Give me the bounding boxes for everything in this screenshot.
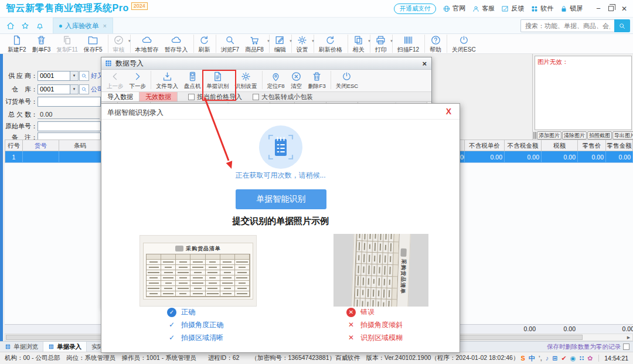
import-toolbar-button[interactable]: 下一步 xyxy=(127,71,152,89)
import-toolbar-button[interactable]: 单据识别 xyxy=(204,71,232,89)
toolbar-button-label: 编辑 xyxy=(274,46,286,53)
smart-recognize-button[interactable]: 单据智能识别 xyxy=(236,189,326,209)
supplier-lookup-button[interactable] xyxy=(79,71,89,81)
supplier-dropdown-button[interactable]: ▾ xyxy=(70,71,79,81)
column-header[interactable]: 行号 xyxy=(5,140,23,151)
column-header[interactable]: 零售价 xyxy=(578,140,606,151)
import-toolbar-button[interactable]: 文件导入 xyxy=(153,71,181,89)
import-toolbar-button[interactable]: 定位F8 xyxy=(264,71,288,89)
chevron-down-icon: ▾ xyxy=(267,39,270,43)
order-no-input[interactable] xyxy=(38,97,101,107)
toolbar-button[interactable]: 复制F11 ▾ xyxy=(53,35,81,53)
minimize-icon[interactable]: − xyxy=(596,5,601,12)
warehouse-dropdown-button[interactable]: ▾ xyxy=(70,84,79,94)
restore-icon[interactable] xyxy=(608,6,614,11)
toolbar-button[interactable]: 关闭ESC ▾ xyxy=(449,35,479,53)
import-toolbar-button[interactable]: 盘点机 xyxy=(181,71,204,89)
toolbar-button[interactable]: 相关 ▾ xyxy=(350,35,370,53)
warehouse-name-link[interactable]: 公司总 xyxy=(91,85,101,94)
toolbar-button[interactable]: 设置 ▾ xyxy=(294,35,314,53)
supplier-name-link[interactable]: 好又鲜 xyxy=(91,72,101,80)
image-thumb-slot[interactable] xyxy=(535,132,536,139)
microphone-icon[interactable]: ♪ xyxy=(546,355,549,362)
ime-chinese-icon[interactable]: 中 xyxy=(529,354,535,363)
warehouse-label: 仓 库： xyxy=(5,85,38,94)
tab-doc-entry[interactable]: 单据录入 xyxy=(43,342,87,352)
column-header[interactable] xyxy=(460,140,465,151)
toolbar-button[interactable]: 扫描F12 ▾ xyxy=(394,35,425,53)
close-icon[interactable]: × xyxy=(420,59,428,68)
home-icon[interactable] xyxy=(6,21,15,30)
save-icon xyxy=(87,35,98,46)
close-icon[interactable]: ✕ xyxy=(621,5,627,13)
toolbar-button-label: 新建F2 xyxy=(8,46,26,53)
toolbar-button[interactable]: 保存F5 ▾ xyxy=(81,35,108,53)
media-icon[interactable]: ◉ xyxy=(570,355,576,362)
titlebar-link[interactable]: 客服 xyxy=(472,4,495,13)
toolbar-button[interactable]: 暂存导入 ▾ xyxy=(162,35,194,53)
toolbar-button[interactable]: 帮助 ▾ xyxy=(427,35,447,53)
build-info: （加密狗号：136547423881）百威软件 版本：Ver.240102.19… xyxy=(251,354,519,362)
save-option-checkbox[interactable] xyxy=(623,343,629,350)
titlebar-link[interactable]: 反馈 xyxy=(501,4,524,13)
toolbar-button[interactable]: 刷新价格 ▾ xyxy=(316,35,348,53)
toolbar-button[interactable]: 商品F8 ▾ xyxy=(242,35,270,53)
board-icon[interactable]: ⊞ xyxy=(552,355,557,362)
red-check-icon[interactable]: ✔ xyxy=(561,355,567,362)
image-thumb-slot[interactable] xyxy=(533,132,535,139)
import-toolbar-button[interactable]: 清空 xyxy=(288,71,305,89)
import-toolbar-button[interactable]: 上一步 xyxy=(104,71,127,89)
import-toolbar-button[interactable]: 识别设置 xyxy=(232,71,263,89)
selected-row[interactable]: 1 xyxy=(5,151,101,163)
toolbar-button[interactable]: 删单F3 ▾ xyxy=(29,35,54,53)
warehouse-input[interactable] xyxy=(38,84,70,94)
column-header[interactable]: 税额 xyxy=(542,140,578,151)
import-toolbar-button[interactable]: 删除F3 xyxy=(305,71,331,89)
supplier-input[interactable] xyxy=(38,71,70,81)
column-header[interactable]: 零售金额 xyxy=(606,140,633,151)
image-panel-button[interactable]: 清除图片 xyxy=(562,131,587,140)
grid-tray-icon[interactable]: ∷ xyxy=(579,355,584,362)
current-price-checkbox[interactable] xyxy=(188,94,195,100)
image-panel-button[interactable]: 拍照截图 xyxy=(587,131,612,140)
tab-import-data[interactable]: 导入数据 xyxy=(101,92,139,101)
toolbar-button[interactable]: 审核 ▾ xyxy=(110,35,131,53)
toolbar-button[interactable]: 刷新 ▾ xyxy=(196,35,216,53)
order-no-label: 订货单号： xyxy=(5,97,38,106)
tab-close-icon[interactable]: × xyxy=(103,22,107,29)
import-toolbar-button[interactable]: 关闭ESC xyxy=(333,71,362,89)
column-header[interactable]: 不含税金额 xyxy=(505,140,542,151)
ime-punct-icon[interactable]: ’, xyxy=(539,355,542,362)
search-input[interactable] xyxy=(520,19,614,32)
search-button[interactable] xyxy=(614,19,630,32)
toolbar-button[interactable]: 编辑 ▾ xyxy=(271,35,292,53)
open-payment-button[interactable]: 开通威支付 xyxy=(394,4,437,14)
selected-row[interactable]: 000.000.000.000.000.00 xyxy=(460,151,633,163)
package-convert-checkbox[interactable] xyxy=(253,94,259,100)
warehouse-lookup-button[interactable] xyxy=(79,84,89,94)
tab-doc-browse[interactable]: 单据浏览 xyxy=(0,342,43,352)
import-toolbar: 上一步 下一步 文件导入 盘点机 xyxy=(101,70,431,91)
tab-receiving-order[interactable]: 入库验收单 × xyxy=(53,18,113,33)
titlebar-link[interactable]: 锁屏 xyxy=(560,4,583,13)
tab-invalid-data[interactable]: 无效数据 xyxy=(139,92,178,101)
image-panel-button[interactable]: 添加图片 xyxy=(537,131,561,140)
column-header[interactable]: 条码 xyxy=(59,140,101,151)
close-icon[interactable]: X xyxy=(446,107,451,116)
image-panel-button[interactable]: 导出图片 xyxy=(612,131,633,140)
original-no-input[interactable] xyxy=(38,121,101,131)
column-header[interactable]: 不含税单价 xyxy=(465,140,505,151)
cross-icon: ✕ xyxy=(346,334,356,343)
column-header[interactable]: 货号 xyxy=(23,140,59,151)
toolbar-button[interactable]: 本地暂存 ▾ xyxy=(132,35,162,53)
toolbar-button[interactable]: 新建F2 ▾ xyxy=(5,35,29,53)
titlebar-link[interactable]: 软件 xyxy=(530,4,553,13)
toolbar-button[interactable]: 浏览F7 ▾ xyxy=(218,35,243,53)
flower-icon[interactable]: ✿ xyxy=(587,355,593,362)
favorite-star-icon[interactable] xyxy=(21,21,30,30)
toolbar-button[interactable]: 打印 ▾ xyxy=(372,35,393,53)
notification-bell-icon[interactable] xyxy=(35,21,45,30)
sogou-tray-icon[interactable]: S xyxy=(520,355,525,362)
titlebar-link[interactable]: 官网 xyxy=(443,4,465,13)
scrollbar-right-arrow-icon[interactable]: ▶ xyxy=(625,335,632,340)
